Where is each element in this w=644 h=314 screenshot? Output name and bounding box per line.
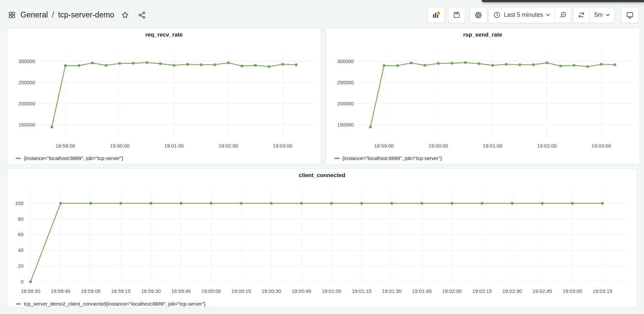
- legend-swatch: [334, 158, 339, 159]
- data-point: [270, 202, 273, 205]
- y-tick-label: 300000: [18, 58, 35, 64]
- series-line: [31, 203, 602, 282]
- star-dashboard-icon[interactable]: [119, 9, 131, 21]
- dashboard-settings-button[interactable]: [470, 7, 487, 23]
- chevron-down-icon: [546, 14, 550, 16]
- data-point: [511, 202, 514, 205]
- x-tick-label: 18:58:45: [51, 288, 70, 294]
- data-point: [150, 202, 152, 205]
- chart-client-connected[interactable]: 02040608010018:58:3018:58:4518:59:0018:5…: [10, 181, 636, 298]
- share-dashboard-icon[interactable]: [136, 9, 148, 21]
- x-tick-label: 19:02:00: [218, 143, 238, 149]
- panel-req-recv-rate: req_recv_rate 15000020000025000030000018…: [7, 28, 321, 164]
- chart-rsp-send-rate[interactable]: 15000020000025000030000018:59:0019:00:00…: [328, 40, 637, 153]
- data-point: [559, 65, 562, 67]
- x-tick-label: 19:00:30: [262, 288, 281, 294]
- x-tick-label: 19:01:45: [412, 288, 432, 294]
- data-point: [423, 64, 426, 67]
- refresh-icon: [578, 11, 585, 19]
- zoom-out-time-button[interactable]: [555, 7, 572, 23]
- x-tick-label: 19:01:00: [322, 288, 341, 294]
- apps-grid-icon[interactable]: [8, 11, 16, 19]
- x-tick-label: 19:01:15: [352, 288, 371, 294]
- refresh-interval-label: 5m: [594, 11, 603, 18]
- data-point: [300, 202, 303, 205]
- x-tick-label: 19:03:15: [593, 288, 612, 294]
- y-tick-label: 200000: [18, 101, 35, 106]
- chart-req-recv-rate[interactable]: 15000020000025000030000018:59:0019:00:00…: [10, 40, 318, 153]
- data-point: [450, 202, 453, 205]
- y-tick-label: 250000: [337, 80, 354, 85]
- y-tick-label: 150000: [337, 122, 354, 127]
- x-tick-label: 19:03:00: [562, 288, 582, 294]
- y-tick-label: 60: [18, 231, 23, 237]
- x-tick-label: 18:59:00: [81, 288, 100, 294]
- breadcrumb-dashboard-title[interactable]: tcp-server-demo: [58, 10, 114, 19]
- x-tick-label: 19:00:00: [201, 288, 221, 294]
- y-tick-label: 20: [18, 263, 23, 269]
- panel-title[interactable]: req_recv_rate: [7, 28, 321, 40]
- zoom-out-icon: [559, 11, 567, 19]
- data-point: [180, 202, 182, 205]
- panel-title[interactable]: rsp_send_rate: [326, 28, 640, 40]
- data-point: [213, 63, 216, 66]
- data-point: [200, 63, 203, 66]
- data-point: [519, 63, 521, 66]
- y-tick-label: 200000: [337, 101, 354, 106]
- x-tick-label: 18:59:30: [141, 288, 161, 294]
- data-point: [390, 202, 393, 205]
- data-point: [437, 62, 440, 65]
- x-tick-label: 19:03:00: [591, 143, 611, 149]
- data-point: [281, 63, 284, 66]
- x-tick-label: 19:03:00: [273, 143, 292, 149]
- x-tick-label: 19:00:15: [231, 288, 251, 294]
- data-point: [586, 65, 589, 68]
- data-point: [410, 62, 413, 64]
- legend-item[interactable]: {instance="localhost:8889", job="tcp-ser…: [326, 154, 640, 161]
- data-point: [396, 64, 399, 67]
- data-point: [369, 125, 372, 128]
- legend-label: {instance="localhost:8889", job="tcp-ser…: [24, 155, 123, 161]
- data-point: [541, 202, 544, 205]
- data-point: [478, 62, 480, 65]
- data-point: [254, 64, 257, 67]
- breadcrumb-folder[interactable]: General: [20, 10, 48, 19]
- legend-item[interactable]: tcp_server_demo2_client_connected{instan…: [7, 300, 637, 307]
- y-tick-label: 250000: [18, 80, 35, 85]
- data-point: [505, 63, 507, 66]
- gear-icon: [474, 11, 482, 19]
- x-tick-label: 19:01:30: [382, 288, 401, 294]
- clock-icon: [493, 11, 501, 19]
- top-right-dark-bar: [482, 0, 644, 2]
- add-panel-icon: [432, 11, 440, 19]
- legend-item[interactable]: {instance="localhost:8889", job="tcp-ser…: [7, 154, 321, 161]
- data-point: [119, 202, 122, 205]
- data-point: [330, 202, 333, 205]
- x-tick-label: 18:58:30: [21, 288, 40, 294]
- data-point: [29, 280, 32, 283]
- monitor-icon: [626, 11, 634, 19]
- x-tick-label: 19:00:45: [292, 288, 311, 294]
- add-panel-button[interactable]: [427, 7, 445, 23]
- data-point: [240, 65, 243, 67]
- legend-label: {instance="localhost:8889", job="tcp-ser…: [342, 155, 442, 161]
- data-point: [571, 202, 574, 205]
- x-tick-label: 19:02:00: [537, 143, 556, 149]
- data-point: [132, 62, 135, 64]
- panel-title[interactable]: client_connected: [7, 169, 637, 181]
- y-tick-label: 150000: [18, 122, 35, 127]
- cycle-view-mode-button[interactable]: [621, 7, 639, 23]
- refresh-dashboard-button[interactable]: [573, 7, 590, 23]
- y-tick-label: 300000: [337, 58, 354, 64]
- save-dashboard-button[interactable]: [448, 7, 465, 23]
- x-tick-label: 19:00:00: [110, 143, 129, 149]
- data-point: [601, 202, 604, 205]
- refresh-interval-picker[interactable]: 5m: [590, 7, 614, 23]
- x-tick-label: 19:02:00: [442, 288, 462, 294]
- panel-client-connected: client_connected 02040608010018:58:3018:…: [7, 168, 637, 307]
- time-range-picker[interactable]: Last 5 minutes: [488, 7, 555, 23]
- data-point: [59, 202, 62, 205]
- x-tick-label: 19:02:30: [502, 288, 522, 294]
- data-point: [573, 64, 576, 67]
- data-point: [600, 63, 603, 66]
